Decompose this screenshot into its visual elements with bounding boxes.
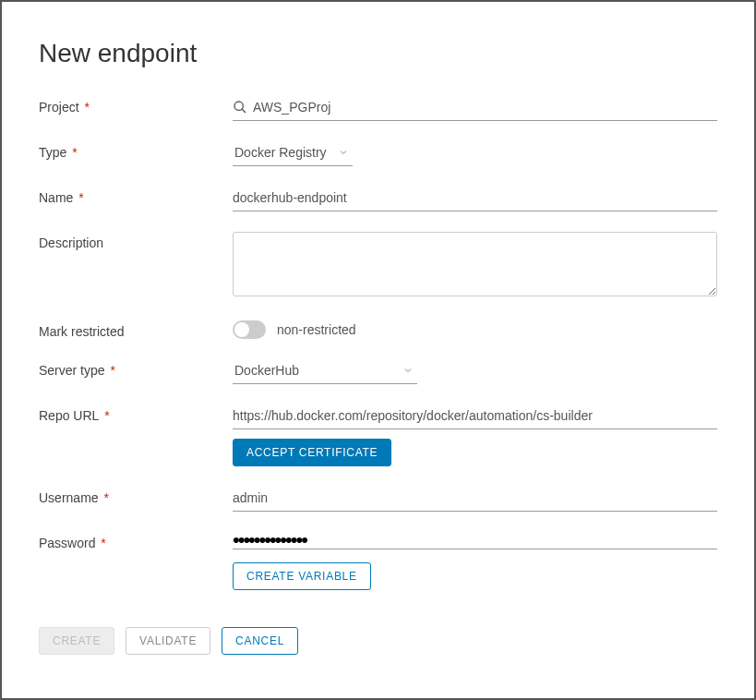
description-textarea[interactable] <box>233 232 717 296</box>
toggle-knob <box>234 322 249 337</box>
restricted-state-label: non-restricted <box>277 322 356 337</box>
validate-button[interactable]: VALIDATE <box>126 627 210 655</box>
restricted-toggle[interactable] <box>233 320 266 339</box>
name-input[interactable] <box>233 187 717 211</box>
create-button[interactable]: CREATE <box>39 627 114 655</box>
label-mark-restricted: Mark restricted <box>39 320 233 339</box>
label-project: Project * <box>39 96 233 115</box>
label-password: Password * <box>39 532 233 550</box>
label-username: Username * <box>39 487 233 505</box>
search-icon <box>233 100 247 115</box>
type-select[interactable]: Docker Registry <box>233 141 353 166</box>
label-server-type: Server type * <box>39 359 233 378</box>
required-marker: * <box>101 408 109 423</box>
required-marker: * <box>107 363 115 378</box>
label-type: Type * <box>39 141 233 160</box>
create-variable-button[interactable]: CREATE VARIABLE <box>233 562 371 590</box>
password-input[interactable]: •••••••••••••• <box>233 532 717 549</box>
accept-certificate-button[interactable]: ACCEPT CERTIFICATE <box>233 439 391 466</box>
required-marker: * <box>81 100 90 115</box>
required-marker: * <box>68 145 77 160</box>
label-description: Description <box>39 232 233 250</box>
required-marker: * <box>75 190 83 205</box>
project-input[interactable] <box>233 96 717 121</box>
label-name: Name * <box>39 187 233 205</box>
required-marker: * <box>101 490 109 505</box>
page-title: New endpoint <box>39 39 717 68</box>
server-type-select[interactable]: DockerHub <box>233 359 417 384</box>
svg-line-1 <box>242 109 246 113</box>
svg-point-0 <box>234 102 243 110</box>
required-marker: * <box>97 536 105 550</box>
label-repo-url: Repo URL * <box>39 404 233 423</box>
footer-actions: CREATE VALIDATE CANCEL <box>39 627 717 655</box>
cancel-button[interactable]: CANCEL <box>222 627 298 655</box>
username-input[interactable] <box>233 487 717 512</box>
repo-url-input[interactable] <box>233 404 717 429</box>
